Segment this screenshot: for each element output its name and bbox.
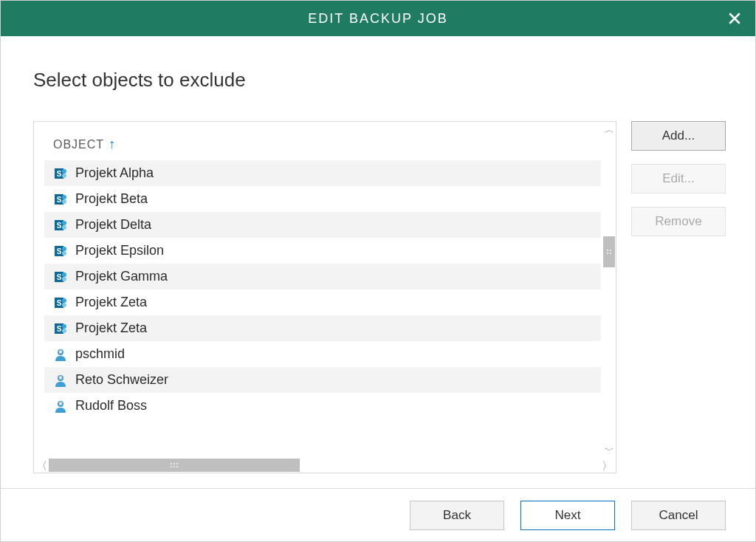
list-item-icon-cell bbox=[53, 399, 68, 414]
svg-point-4 bbox=[62, 169, 66, 174]
back-button[interactable]: Back bbox=[410, 501, 504, 530]
sharepoint-icon: S bbox=[54, 322, 67, 335]
svg-text:S: S bbox=[57, 196, 62, 204]
list-item-icon-cell: S bbox=[53, 218, 68, 233]
svg-text:S: S bbox=[57, 170, 62, 178]
list-item-icon-cell: S bbox=[53, 270, 68, 284]
sharepoint-icon: S bbox=[54, 219, 67, 232]
remove-button[interactable]: Remove bbox=[631, 207, 726, 236]
svg-point-5 bbox=[62, 174, 66, 178]
add-button[interactable]: Add... bbox=[631, 121, 726, 151]
scroll-left-icon[interactable]: 〈 bbox=[34, 460, 49, 471]
svg-point-24 bbox=[62, 298, 66, 303]
object-list-container: OBJECT ↑ SProjekt AlphaSProjekt BetaSPro… bbox=[33, 121, 616, 473]
sharepoint-icon: S bbox=[54, 193, 67, 206]
close-icon bbox=[728, 12, 741, 25]
svg-point-35 bbox=[59, 402, 63, 405]
column-header-label: OBJECT bbox=[53, 138, 104, 151]
svg-point-8 bbox=[62, 195, 66, 199]
edit-button[interactable]: Edit... bbox=[631, 164, 726, 193]
page-heading: Select objects to exclude bbox=[33, 69, 726, 92]
svg-point-31 bbox=[59, 350, 63, 354]
svg-point-12 bbox=[62, 221, 66, 225]
list-item-label: Projekt Epsilon bbox=[75, 243, 164, 258]
svg-text:S: S bbox=[57, 325, 62, 333]
side-buttons: Add... Edit... Remove bbox=[631, 121, 726, 473]
dialog-titlebar: EDIT BACKUP JOB bbox=[1, 1, 755, 36]
scroll-up-icon[interactable]: ︿ bbox=[605, 125, 614, 134]
dialog-title: EDIT BACKUP JOB bbox=[308, 11, 447, 27]
list-column-header[interactable]: OBJECT ↑ bbox=[34, 122, 616, 160]
list-item-icon-cell: S bbox=[53, 244, 68, 258]
svg-point-16 bbox=[62, 247, 66, 251]
list-item-label: Projekt Alpha bbox=[75, 165, 154, 181]
close-button[interactable] bbox=[723, 7, 746, 30]
list-item-label: Reto Schweizer bbox=[75, 372, 168, 388]
object-list-body: SProjekt AlphaSProjekt BetaSProjekt Delt… bbox=[34, 160, 616, 458]
svg-point-25 bbox=[62, 303, 66, 307]
list-item-icon-cell: S bbox=[53, 295, 68, 310]
user-icon bbox=[53, 373, 68, 388]
list-item[interactable]: SProjekt Zeta bbox=[44, 315, 601, 341]
scroll-right-icon[interactable]: 〉 bbox=[599, 460, 614, 471]
sort-ascending-icon: ↑ bbox=[109, 137, 116, 151]
horizontal-scroll-thumb[interactable] bbox=[49, 459, 300, 472]
list-item-label: Rudolf Boss bbox=[75, 398, 147, 414]
vertical-scroll-thumb[interactable] bbox=[603, 236, 615, 267]
list-item[interactable]: SProjekt Epsilon bbox=[44, 238, 601, 264]
dialog-footer: Back Next Cancel bbox=[1, 488, 755, 541]
list-item[interactable]: Rudolf Boss bbox=[44, 393, 601, 419]
list-item[interactable]: pschmid bbox=[44, 341, 601, 367]
svg-point-9 bbox=[62, 199, 66, 204]
list-item-label: Projekt Zeta bbox=[75, 320, 147, 336]
list-item-label: Projekt Zeta bbox=[75, 295, 147, 310]
list-item[interactable]: Reto Schweizer bbox=[44, 367, 601, 393]
horizontal-scroll-track[interactable] bbox=[49, 458, 599, 473]
user-icon bbox=[53, 347, 68, 362]
svg-text:S: S bbox=[57, 273, 62, 281]
list-item[interactable]: SProjekt Delta bbox=[44, 212, 601, 238]
svg-point-20 bbox=[62, 272, 66, 277]
list-item-icon-cell bbox=[53, 373, 68, 388]
svg-text:S: S bbox=[57, 299, 62, 307]
sharepoint-icon: S bbox=[54, 296, 67, 309]
scroll-down-icon[interactable]: ﹀ bbox=[605, 445, 614, 455]
horizontal-scrollbar[interactable]: 〈 〉 bbox=[34, 458, 616, 473]
svg-point-17 bbox=[62, 251, 66, 255]
svg-point-21 bbox=[62, 277, 66, 281]
list-item-label: Projekt Delta bbox=[75, 217, 151, 233]
vertical-scrollbar[interactable]: ︿ ﹀ bbox=[602, 122, 616, 458]
list-item-icon-cell: S bbox=[53, 321, 68, 336]
sharepoint-icon: S bbox=[54, 270, 67, 284]
list-item-icon-cell: S bbox=[53, 166, 68, 181]
cancel-button[interactable]: Cancel bbox=[631, 501, 726, 530]
list-item-label: Projekt Beta bbox=[75, 191, 148, 207]
sharepoint-icon: S bbox=[54, 167, 67, 180]
list-item-label: Projekt Gamma bbox=[75, 269, 168, 284]
list-item[interactable]: SProjekt Alpha bbox=[44, 160, 601, 186]
svg-point-29 bbox=[62, 329, 66, 333]
edit-backup-job-dialog: EDIT BACKUP JOB Select objects to exclud… bbox=[0, 0, 756, 542]
svg-point-33 bbox=[59, 376, 63, 380]
list-item-label: pschmid bbox=[75, 346, 125, 362]
sharepoint-icon: S bbox=[54, 244, 67, 258]
user-icon bbox=[53, 399, 68, 414]
svg-point-13 bbox=[62, 225, 66, 230]
list-item[interactable]: SProjekt Beta bbox=[44, 186, 601, 212]
dialog-content: Select objects to exclude OBJECT ↑ SProj… bbox=[1, 36, 755, 488]
svg-text:S: S bbox=[57, 222, 62, 230]
next-button[interactable]: Next bbox=[520, 501, 615, 530]
svg-point-28 bbox=[62, 324, 66, 329]
list-item[interactable]: SProjekt Gamma bbox=[44, 264, 601, 289]
list-item[interactable]: SProjekt Zeta bbox=[44, 289, 601, 315]
list-item-icon-cell: S bbox=[53, 192, 68, 207]
svg-text:S: S bbox=[57, 247, 62, 255]
main-area: OBJECT ↑ SProjekt AlphaSProjekt BetaSPro… bbox=[33, 121, 726, 473]
list-item-icon-cell bbox=[53, 347, 68, 362]
